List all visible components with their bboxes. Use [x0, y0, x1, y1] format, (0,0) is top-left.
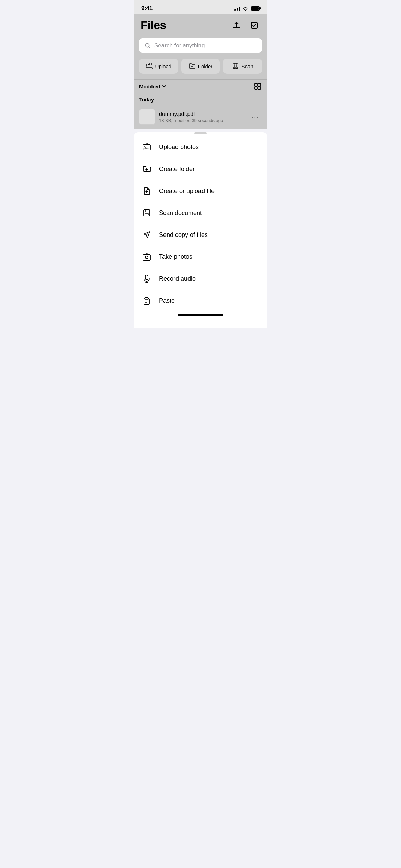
search-icon	[145, 43, 151, 49]
svg-rect-23	[143, 255, 150, 260]
svg-rect-30	[145, 298, 148, 299]
grid-toggle-button[interactable]	[254, 82, 262, 91]
svg-rect-13	[258, 87, 261, 89]
svg-line-22	[146, 234, 148, 235]
file-meta: 13 KB, modified 39 seconds ago	[159, 118, 244, 123]
status-bar: 9:41	[134, 0, 267, 14]
grid-icon	[254, 82, 262, 91]
section-title: Today	[139, 97, 154, 103]
main-content: Files Search for anything	[134, 14, 267, 129]
folder-button[interactable]: Folder	[181, 59, 220, 74]
search-placeholder: Search for anything	[154, 42, 205, 49]
svg-rect-26	[145, 275, 148, 280]
upload-header-button[interactable]	[230, 19, 243, 32]
folder-label: Folder	[198, 63, 213, 69]
file-thumbnail	[139, 109, 155, 125]
record-audio-icon	[142, 274, 151, 284]
svg-rect-12	[255, 87, 257, 89]
svg-rect-0	[233, 27, 240, 28]
page-title: Files	[141, 19, 166, 32]
sheet-handle	[194, 132, 207, 134]
sheet-item-create-folder[interactable]: Create folder	[134, 158, 267, 180]
search-bar[interactable]: Search for anything	[139, 38, 262, 53]
record-audio-label: Record audio	[159, 275, 196, 282]
svg-point-24	[145, 256, 148, 259]
svg-rect-4	[146, 68, 152, 69]
svg-rect-5	[150, 63, 152, 65]
signal-icon	[234, 6, 240, 11]
svg-point-25	[149, 256, 149, 256]
svg-rect-8	[233, 64, 238, 69]
upload-photos-label: Upload photos	[159, 144, 199, 151]
svg-rect-21	[145, 213, 148, 215]
upload-photos-icon	[142, 142, 151, 152]
select-header-button[interactable]	[248, 19, 260, 32]
scan-document-icon	[142, 208, 151, 218]
svg-line-3	[149, 47, 150, 48]
chevron-down-icon	[162, 84, 167, 89]
upload-button[interactable]: Upload	[139, 59, 178, 74]
scan-label: Scan	[242, 63, 253, 69]
send-copy-icon	[142, 230, 151, 240]
send-copy-label: Send copy of files	[159, 231, 208, 239]
quick-actions: Upload Folder Scan	[134, 59, 267, 79]
scan-button[interactable]: Scan	[223, 59, 262, 74]
svg-point-2	[146, 44, 149, 47]
wifi-icon	[242, 6, 248, 11]
svg-rect-10	[255, 83, 257, 86]
create-upload-file-label: Create or upload file	[159, 188, 215, 195]
battery-icon	[251, 6, 260, 11]
sheet-item-take-photos[interactable]: Take photos	[134, 246, 267, 268]
file-info: dummy.pdf.pdf 13 KB, modified 39 seconds…	[159, 111, 244, 123]
sort-button[interactable]: Modified	[139, 84, 167, 89]
svg-rect-14	[143, 145, 150, 150]
take-photos-icon	[142, 252, 151, 262]
file-more-button[interactable]: ···	[248, 112, 262, 122]
paste-icon	[142, 296, 151, 305]
status-icons	[234, 6, 260, 11]
sheet-item-record-audio[interactable]: Record audio	[134, 268, 267, 290]
create-file-icon	[142, 186, 151, 196]
section-today: Today	[134, 93, 267, 105]
file-item[interactable]: dummy.pdf.pdf 13 KB, modified 39 seconds…	[134, 105, 267, 129]
upload-label: Upload	[155, 63, 172, 69]
sort-label-text: Modified	[139, 84, 160, 89]
create-folder-label: Create folder	[159, 166, 195, 173]
sheet-item-scan-document[interactable]: Scan document	[134, 202, 267, 224]
scan-icon	[232, 63, 239, 70]
bottom-sheet: Upload photos Create folder Create or up…	[134, 132, 267, 328]
scan-document-label: Scan document	[159, 209, 202, 217]
create-folder-icon	[142, 164, 151, 174]
svg-rect-1	[251, 22, 257, 28]
svg-point-15	[145, 146, 146, 147]
sheet-item-create-upload-file[interactable]: Create or upload file	[134, 180, 267, 202]
svg-rect-11	[258, 83, 261, 86]
svg-rect-9	[234, 65, 236, 67]
sheet-item-paste[interactable]: Paste	[134, 290, 267, 312]
upload-icon	[146, 63, 153, 70]
home-indicator	[178, 314, 223, 316]
file-name: dummy.pdf.pdf	[159, 111, 244, 117]
header-actions	[230, 19, 260, 32]
status-time: 9:41	[141, 5, 153, 12]
sheet-item-upload-photos[interactable]: Upload photos	[134, 136, 267, 158]
paste-label: Paste	[159, 297, 175, 304]
sort-bar: Modified	[134, 79, 267, 93]
folder-icon	[189, 63, 195, 70]
take-photos-label: Take photos	[159, 253, 192, 261]
header: Files	[134, 14, 267, 35]
sheet-item-send-copy[interactable]: Send copy of files	[134, 224, 267, 246]
